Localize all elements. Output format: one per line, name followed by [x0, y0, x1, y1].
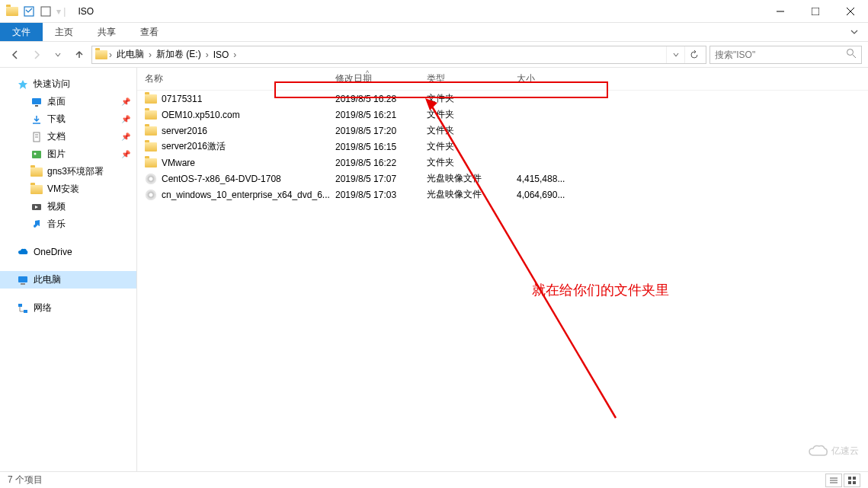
file-name-cell: 07175311 [137, 93, 335, 105]
sidebar-label: 下载 [47, 113, 66, 126]
back-button[interactable] [6, 46, 24, 64]
music-icon [30, 218, 43, 231]
folder-icon [145, 109, 157, 121]
file-row[interactable]: server2016激活2019/8/5 16:15文件夹 [137, 139, 868, 155]
search-box[interactable] [709, 46, 862, 64]
file-type: 文件夹 [427, 108, 517, 121]
file-list-area: ^ 名称 修改日期 类型 大小 071753112019/8/5 16:28文件… [137, 68, 868, 471]
sidebar-music[interactable]: 音乐 [0, 215, 136, 233]
sidebar-quickaccess[interactable]: 快速访问 [0, 75, 136, 93]
folder-icon [145, 93, 157, 105]
ribbon-tab-home[interactable]: 主页 [43, 23, 85, 41]
svg-rect-26 [853, 477, 856, 480]
breadcrumb-sep-icon[interactable]: › [149, 49, 152, 60]
sidebar-downloads[interactable]: 下载 📌 [0, 110, 136, 128]
forward-button[interactable] [27, 46, 46, 64]
document-icon [30, 131, 43, 143]
file-name: server2016激活 [162, 140, 226, 153]
sidebar-network[interactable]: 网络 [0, 299, 136, 317]
sidebar-label: 桌面 [47, 95, 66, 108]
breadcrumb-item[interactable]: 新加卷 (E:) [153, 48, 204, 61]
svg-rect-8 [32, 98, 41, 104]
cloud-icon [17, 246, 29, 258]
disc-icon [145, 173, 157, 185]
file-row[interactable]: 071753112019/8/5 16:28文件夹 [137, 91, 868, 107]
file-name: cn_windows_10_enterprise_x64_dvd_6... [162, 190, 330, 200]
breadcrumb-sep-icon[interactable]: › [109, 49, 112, 60]
sidebar-label: gns3环境部署 [47, 165, 104, 178]
view-icons-button[interactable] [844, 474, 860, 487]
sidebar-thispc[interactable]: 此电脑 [0, 271, 136, 289]
ribbon-expand-button[interactable] [841, 23, 868, 41]
file-date: 2019/8/5 17:07 [335, 174, 427, 184]
svg-point-6 [847, 49, 854, 56]
qat-separator: ▾ | [56, 6, 66, 17]
svg-rect-9 [35, 105, 38, 107]
qat-dropdown-icon[interactable] [40, 5, 52, 18]
ribbon-tab-share[interactable]: 共享 [85, 23, 128, 41]
window-title: ISO [78, 6, 94, 17]
svg-rect-13 [32, 151, 41, 158]
column-size-header[interactable]: 大小 [517, 72, 593, 85]
column-name-header[interactable]: 名称 [137, 72, 335, 85]
file-name: VMware [162, 158, 195, 168]
breadcrumb-root[interactable]: 此电脑 [114, 48, 147, 61]
pictures-icon [30, 148, 43, 161]
svg-rect-17 [21, 283, 25, 285]
desktop-icon [30, 96, 43, 108]
breadcrumb-sep-icon[interactable]: › [206, 49, 209, 60]
item-count: 7 个项目 [8, 474, 43, 486]
svg-rect-3 [812, 8, 819, 15]
refresh-button[interactable] [684, 46, 703, 63]
breadcrumb-item[interactable]: ISO [210, 49, 232, 60]
up-button[interactable] [70, 46, 88, 64]
sidebar-gns3[interactable]: gns3环境部署 [0, 163, 136, 180]
sidebar-pictures[interactable]: 图片 📌 [0, 145, 136, 163]
view-details-button[interactable] [825, 474, 842, 487]
disc-icon [145, 189, 157, 201]
search-input[interactable] [715, 49, 846, 60]
qat-properties-icon[interactable] [23, 5, 35, 18]
ribbon-tab-view[interactable]: 查看 [128, 23, 171, 41]
folder-icon [145, 141, 157, 153]
file-row[interactable]: cn_windows_10_enterprise_x64_dvd_6...201… [137, 187, 868, 203]
pin-icon: 📌 [121, 115, 130, 123]
ribbon-file-tab[interactable]: 文件 [0, 23, 43, 41]
svg-rect-25 [848, 477, 851, 480]
titlebar-left: ▾ | ISO [0, 5, 94, 18]
file-row[interactable]: OEM10.xp510.com2019/8/5 16:21文件夹 [137, 107, 868, 123]
address-dropdown-button[interactable] [666, 46, 684, 63]
maximize-button[interactable] [798, 0, 833, 23]
column-headers: 名称 修改日期 类型 大小 [137, 68, 868, 91]
search-icon[interactable] [846, 48, 857, 61]
sidebar-documents[interactable]: 文档 📌 [0, 128, 136, 145]
minimize-button[interactable] [763, 0, 798, 23]
column-date-header[interactable]: 修改日期 [335, 72, 427, 85]
sidebar-videos[interactable]: 视频 [0, 198, 136, 215]
folder-icon [145, 157, 157, 169]
file-name: server2016 [162, 126, 207, 136]
breadcrumb-sep-icon[interactable]: › [233, 49, 236, 60]
file-row[interactable]: server20162019/8/5 17:20文件夹 [137, 123, 868, 139]
file-name-cell: CentOS-7-x86_64-DVD-1708 [137, 173, 335, 185]
address-bar[interactable]: › 此电脑 › 新加卷 (E:) › ISO › [91, 46, 706, 64]
file-type: 文件夹 [427, 92, 517, 105]
file-name: OEM10.xp510.com [162, 110, 240, 120]
file-row[interactable]: CentOS-7-x86_64-DVD-17082019/8/5 17:07光盘… [137, 171, 868, 187]
sidebar-onedrive[interactable]: OneDrive [0, 244, 136, 260]
recent-dropdown[interactable] [49, 46, 67, 64]
sidebar-desktop[interactable]: 桌面 📌 [0, 93, 136, 110]
network-icon [17, 302, 29, 314]
folder-icon [30, 183, 43, 196]
sidebar-label: 此电脑 [34, 273, 61, 286]
sidebar-vm[interactable]: VM安装 [0, 180, 136, 198]
navbar: › 此电脑 › 新加卷 (E:) › ISO › [0, 42, 868, 68]
column-type-header[interactable]: 类型 [427, 72, 517, 85]
file-row[interactable]: VMware2019/8/5 16:22文件夹 [137, 155, 868, 171]
folder-icon [30, 166, 43, 178]
svg-rect-19 [24, 310, 27, 313]
sidebar-label: 文档 [47, 130, 66, 143]
close-button[interactable] [833, 0, 868, 23]
titlebar: ▾ | ISO [0, 0, 868, 23]
file-name: CentOS-7-x86_64-DVD-1708 [162, 174, 281, 184]
